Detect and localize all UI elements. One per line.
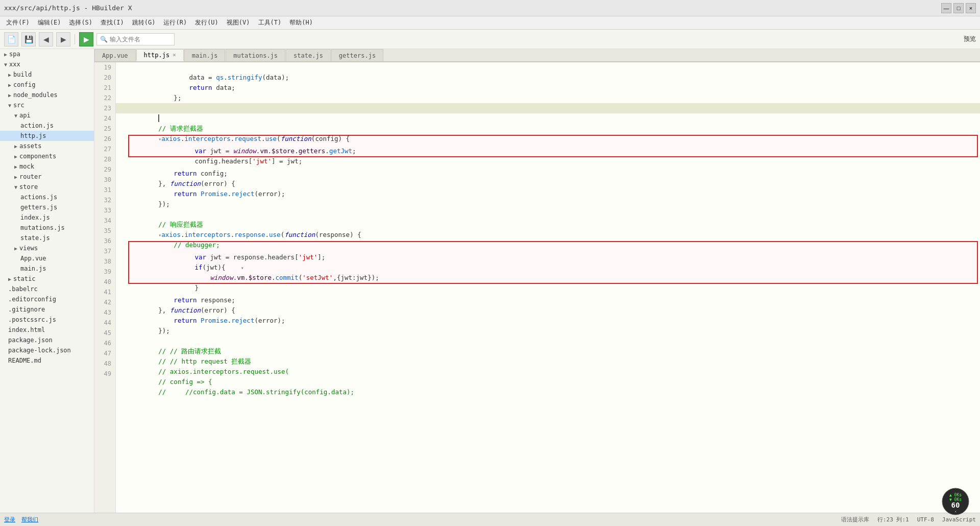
sidebar-item-label: main.js <box>20 265 46 272</box>
sidebar-item-mock[interactable]: ▶ mock <box>0 161 94 172</box>
line-num-34: 34 <box>94 216 111 226</box>
network-widget-container: ▲ 0Ks ▼ 0Ks 60 × <box>941 487 970 516</box>
toolbar-file-new[interactable]: 📄 <box>4 32 18 46</box>
sidebar-item-main-js[interactable]: main.js <box>0 264 94 274</box>
menu-help[interactable]: 帮助(H) <box>285 17 317 28</box>
minimize-button[interactable]: — <box>941 3 951 13</box>
sidebar-item-views[interactable]: ▶ views <box>0 243 94 253</box>
code-lines[interactable]: data = qs.stringify(data); return data; … <box>116 62 980 513</box>
tab-close-icon[interactable]: × <box>173 52 176 58</box>
sidebar-item-readme-md[interactable]: README.md <box>0 355 94 366</box>
sidebar-item-label: components <box>19 153 56 160</box>
sidebar-item-src[interactable]: ▼ src <box>0 100 94 110</box>
sidebar-item-label: actions.js <box>20 194 57 201</box>
chevron-right-icon: ▶ <box>14 246 17 251</box>
menu-jump[interactable]: 跳转(G) <box>128 17 160 28</box>
sidebar-item-static[interactable]: ▶ static <box>0 274 94 284</box>
menu-file[interactable]: 文件(F) <box>2 17 34 28</box>
code-line-49: // //config.data = JSON.stringify(config… <box>116 377 980 387</box>
tab-label: http.js <box>144 52 170 59</box>
toolbar-search-box[interactable]: 🔍 <box>96 33 175 45</box>
menu-tools[interactable]: 工具(T) <box>254 17 286 28</box>
sidebar-item-router[interactable]: ▶ router <box>0 172 94 182</box>
sidebar: ▶ spa ▼ xxx ▶ build ▶ config ▶ node_modu… <box>0 49 94 513</box>
code-content[interactable]: 19 20 21 22 23 24 25 26 27 28 29 30 31 3… <box>94 62 980 513</box>
tab-state-js[interactable]: state.js <box>286 49 331 61</box>
line-num-23: 23 <box>94 103 111 113</box>
sidebar-item-config[interactable]: ▶ config <box>0 80 94 90</box>
line-num-40: 40 <box>94 277 111 287</box>
status-bar: 登录 帮我们 语法提示库 行:23 列:1 UTF-8 JavaScript <box>0 513 980 526</box>
sidebar-item-node-modules[interactable]: ▶ node_modules <box>0 90 94 100</box>
sidebar-item-label: spa <box>9 51 20 58</box>
sidebar-item-index-js[interactable]: index.js <box>0 212 94 223</box>
sidebar-item-api[interactable]: ▼ api <box>0 110 94 121</box>
toolbar-save[interactable]: 💾 <box>21 32 36 46</box>
menu-publish[interactable]: 发行(U) <box>191 17 223 28</box>
menu-edit[interactable]: 编辑(E) <box>34 17 65 28</box>
sidebar-item-label: mock <box>19 163 34 170</box>
line-num-42: 42 <box>94 297 111 307</box>
preview-button[interactable]: 预览 <box>964 35 976 43</box>
menu-select[interactable]: 选择(S) <box>65 17 96 28</box>
toolbar-back[interactable]: ◀ <box>39 32 53 46</box>
tab-getters-js[interactable]: getters.js <box>331 49 383 61</box>
sidebar-item-components[interactable]: ▶ components <box>0 151 94 161</box>
title-bar-controls[interactable]: — □ × <box>941 3 976 13</box>
tab-http-js[interactable]: http.js × <box>136 49 184 61</box>
sidebar-item-xxx[interactable]: ▼ xxx <box>0 59 94 69</box>
tab-mutations-js[interactable]: mutations.js <box>226 49 285 61</box>
line-num-20: 20 <box>94 73 111 83</box>
help-link[interactable]: 帮我们 <box>21 516 38 523</box>
sidebar-item-editorconfig[interactable]: .editorconfig <box>0 294 94 304</box>
tab-label: App.vue <box>102 52 128 59</box>
sidebar-item-store[interactable]: ▼ store <box>0 182 94 192</box>
toolbar-forward[interactable]: ▶ <box>56 32 70 46</box>
red-box-2: var jwt = response.headers['jwt']; if(jw… <box>128 241 978 284</box>
sidebar-item-mutations-js[interactable]: mutations.js <box>0 223 94 233</box>
sidebar-item-gitignore[interactable]: .gitignore <box>0 304 94 315</box>
line-num-21: 21 <box>94 83 111 93</box>
search-input[interactable] <box>110 36 171 43</box>
network-circle: ▲ 0Ks ▼ 0Ks 60 × <box>941 487 970 516</box>
sidebar-item-label: mutations.js <box>20 224 65 231</box>
toolbar-run[interactable]: ▶ <box>79 32 93 46</box>
login-link[interactable]: 登录 <box>4 516 15 523</box>
sidebar-item-app-vue[interactable]: App.vue <box>0 253 94 264</box>
sidebar-item-http-js[interactable]: http.js <box>0 131 94 141</box>
sidebar-item-index-html[interactable]: index.html <box>0 325 94 335</box>
sidebar-item-state-js[interactable]: state.js <box>0 233 94 243</box>
menu-find[interactable]: 查找(I) <box>96 17 128 28</box>
sidebar-item-assets[interactable]: ▶ assets <box>0 141 94 151</box>
code-line-23 <box>116 103 980 113</box>
sidebar-item-label: http.js <box>20 132 46 139</box>
svg-text:▲ 0Ks: ▲ 0Ks <box>949 493 962 497</box>
sidebar-item-label: state.js <box>20 234 50 242</box>
sidebar-item-label: xxx <box>9 61 20 68</box>
sidebar-item-label: api <box>19 112 31 119</box>
sidebar-item-build[interactable]: ▶ build <box>0 69 94 80</box>
line-num-44: 44 <box>94 318 111 328</box>
sidebar-item-getters-js[interactable]: getters.js <box>0 202 94 212</box>
sidebar-item-label: assets <box>19 142 41 150</box>
tab-main-js[interactable]: main.js <box>184 49 226 61</box>
sidebar-item-babelrc[interactable]: .babelrc <box>0 284 94 294</box>
sidebar-item-package-lock-json[interactable]: package-lock.json <box>0 345 94 355</box>
network-number: 60 <box>951 501 960 509</box>
menu-view[interactable]: 视图(V) <box>223 17 254 28</box>
sidebar-item-spa[interactable]: ▶ spa <box>0 49 94 59</box>
line-num-22: 22 <box>94 93 111 103</box>
line-num-46: 46 <box>94 338 111 348</box>
tab-app-vue[interactable]: App.vue <box>94 49 136 61</box>
line-num-38: 38 <box>94 256 111 267</box>
menu-run[interactable]: 运行(R) <box>159 17 191 28</box>
encoding-label: UTF-8 <box>917 516 934 523</box>
sidebar-item-action-js[interactable]: action.js <box>0 121 94 131</box>
close-button[interactable]: × <box>966 3 976 13</box>
sidebar-item-postcssrc[interactable]: .postcssrc.js <box>0 315 94 325</box>
code-line-29: }, function(error) { <box>116 169 980 179</box>
code-line-34: ▾axios.interceptors.response.use(functio… <box>116 220 980 230</box>
sidebar-item-package-json[interactable]: package.json <box>0 335 94 345</box>
sidebar-item-actions-js[interactable]: actions.js <box>0 192 94 202</box>
maximize-button[interactable]: □ <box>953 3 964 13</box>
